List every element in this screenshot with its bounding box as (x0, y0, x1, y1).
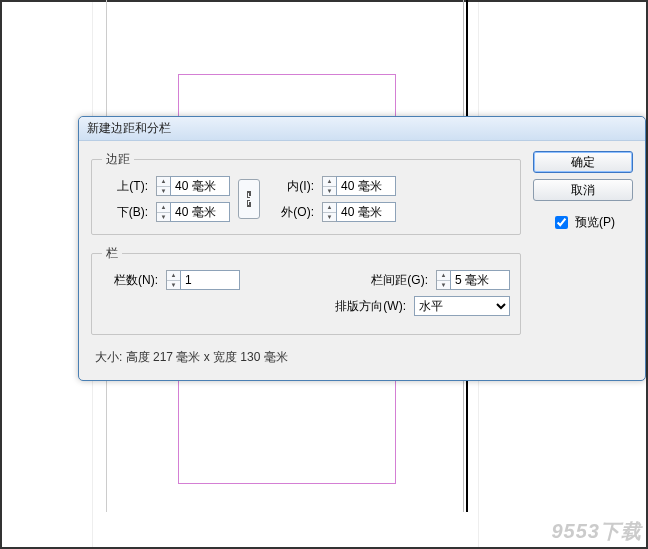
spin-down-icon[interactable]: ▼ (157, 213, 170, 222)
margins-columns-dialog: 新建边距和分栏 边距 上(T): ▲▼ 内(I): ▲▼ (78, 116, 646, 381)
preview-checkbox[interactable] (555, 216, 568, 229)
spin-up-icon[interactable]: ▲ (437, 271, 450, 281)
columns-row-2: 排版方向(W): 水平 (102, 296, 510, 316)
size-summary: 大小: 高度 217 毫米 x 宽度 130 毫米 (91, 349, 521, 366)
direction-select[interactable]: 水平 (414, 296, 510, 316)
spinner[interactable]: ▲▼ (156, 176, 170, 196)
spin-down-icon[interactable]: ▼ (167, 281, 180, 290)
spinner[interactable]: ▲▼ (322, 202, 336, 222)
margin-top-input[interactable]: ▲▼ (156, 176, 230, 196)
dialog-right-column: 确定 取消 预览(P) (533, 151, 633, 366)
spin-up-icon[interactable]: ▲ (167, 271, 180, 281)
spinner[interactable]: ▲▼ (436, 270, 450, 290)
spin-up-icon[interactable]: ▲ (157, 177, 170, 187)
dialog-title: 新建边距和分栏 (87, 120, 171, 137)
spin-up-icon[interactable]: ▲ (157, 203, 170, 213)
spin-down-icon[interactable]: ▼ (323, 213, 336, 222)
columns-row-1: 栏数(N): ▲▼ 栏间距(G): ▲▼ (102, 270, 510, 290)
margin-inside-input[interactable]: ▲▼ (322, 176, 396, 196)
dialog-titlebar[interactable]: 新建边距和分栏 (79, 117, 645, 141)
cancel-button[interactable]: 取消 (533, 179, 633, 201)
preview-checkbox-row[interactable]: 预览(P) (533, 213, 633, 232)
margin-inside-field[interactable] (336, 176, 396, 196)
margins-grid: 上(T): ▲▼ 内(I): ▲▼ 下(B): ▲ (102, 176, 510, 222)
margins-fieldset: 边距 上(T): ▲▼ 内(I): ▲▼ 下(B): (91, 151, 521, 235)
margin-bottom-input[interactable]: ▲▼ (156, 202, 230, 222)
ok-button[interactable]: 确定 (533, 151, 633, 173)
margin-outside-field[interactable] (336, 202, 396, 222)
spinner[interactable]: ▲▼ (322, 176, 336, 196)
link-icon (244, 189, 254, 209)
column-count-field[interactable] (180, 270, 240, 290)
margin-outside-input[interactable]: ▲▼ (322, 202, 396, 222)
column-count-input[interactable]: ▲▼ (166, 270, 240, 290)
columns-fieldset: 栏 栏数(N): ▲▼ 栏间距(G): ▲▼ 排版方向(W): (91, 245, 521, 335)
margin-bottom-field[interactable] (170, 202, 230, 222)
spinner[interactable]: ▲▼ (156, 202, 170, 222)
margin-top-label: 上(T): (102, 178, 148, 195)
spin-up-icon[interactable]: ▲ (323, 177, 336, 187)
direction-select-wrap[interactable]: 水平 (414, 296, 510, 316)
dialog-body: 边距 上(T): ▲▼ 内(I): ▲▼ 下(B): (79, 141, 645, 380)
margins-legend: 边距 (102, 151, 134, 168)
columns-legend: 栏 (102, 245, 122, 262)
spin-down-icon[interactable]: ▼ (437, 281, 450, 290)
spin-up-icon[interactable]: ▲ (323, 203, 336, 213)
gutter-label: 栏间距(G): (358, 272, 428, 289)
margin-bottom-label: 下(B): (102, 204, 148, 221)
margin-inside-label: 内(I): (268, 178, 314, 195)
gutter-input[interactable]: ▲▼ (436, 270, 510, 290)
gutter-field[interactable] (450, 270, 510, 290)
spinner[interactable]: ▲▼ (166, 270, 180, 290)
preview-label: 预览(P) (575, 214, 615, 231)
dialog-left-column: 边距 上(T): ▲▼ 内(I): ▲▼ 下(B): (91, 151, 521, 366)
margin-outside-label: 外(O): (268, 204, 314, 221)
spin-down-icon[interactable]: ▼ (157, 187, 170, 196)
direction-label: 排版方向(W): (320, 298, 406, 315)
margin-top-field[interactable] (170, 176, 230, 196)
spin-down-icon[interactable]: ▼ (323, 187, 336, 196)
link-margins-button[interactable] (238, 179, 260, 219)
column-count-label: 栏数(N): (102, 272, 158, 289)
